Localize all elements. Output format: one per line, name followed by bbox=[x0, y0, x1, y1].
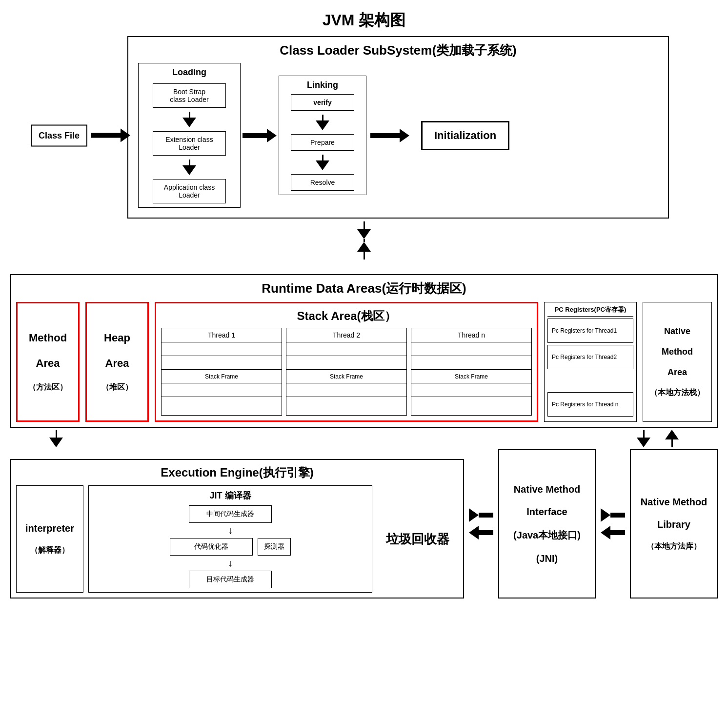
pc-thread2: Pc Registers for Thread2 bbox=[547, 345, 633, 369]
arr-right-2 bbox=[601, 508, 625, 522]
method-area-box: Method Area （方法区） bbox=[16, 302, 80, 422]
method-area-line3: （方法区） bbox=[28, 382, 67, 393]
nmi-line2: Interface bbox=[526, 506, 567, 518]
bootstrap-loader: Boot Strapclass Loader bbox=[153, 83, 226, 108]
linking-box: Linking verify Prepare Resolve bbox=[279, 76, 366, 195]
bottom-section: Execution Engine(执行引擎) interpreter （解释器）… bbox=[10, 449, 718, 598]
heap-area-line3: （堆区） bbox=[101, 382, 133, 393]
main-title: JVM 架构图 bbox=[10, 10, 718, 31]
thread-n-col: Thread n Stack Frame bbox=[411, 328, 532, 416]
native-library-box: Native Method Library （本地方法库） bbox=[630, 449, 718, 598]
application-loader: Application classLoader bbox=[153, 179, 226, 203]
thread-2-header: Thread 2 bbox=[286, 328, 406, 342]
prepare-item: Prepare bbox=[291, 134, 354, 151]
thread-n-row4 bbox=[411, 383, 531, 397]
stack-area-box: Stack Area(栈区） Thread 1 Stack Frame Thre… bbox=[155, 302, 538, 422]
linking-label: Linking bbox=[307, 80, 338, 90]
loading-label: Loading bbox=[172, 67, 206, 78]
thread-1-frame: Stack Frame bbox=[162, 370, 282, 383]
native-area-line4: （本地方法栈） bbox=[650, 388, 705, 398]
probe-box: 探测器 bbox=[258, 538, 291, 556]
arr-right-1 bbox=[469, 508, 493, 522]
nml-line2: Library bbox=[657, 519, 690, 530]
jit-optimizer-row: 代码优化器 探测器 bbox=[170, 538, 291, 556]
loading-to-linking-arrow bbox=[241, 129, 279, 142]
interpreter-cn: （解释器） bbox=[30, 545, 69, 556]
native-area-line1: Native bbox=[664, 326, 690, 337]
class-file-area: Class File bbox=[31, 124, 130, 146]
arrow-verify-to-prepare bbox=[316, 115, 329, 130]
arrow-prepare-to-resolve bbox=[316, 155, 329, 170]
interpreter-box: interpreter （解释器） bbox=[16, 485, 83, 593]
method-area-line1: Method bbox=[29, 332, 67, 344]
native-interface-box: Native Method Interface (Java本地接口) (JNI) bbox=[498, 449, 596, 598]
class-file-box: Class File bbox=[31, 124, 87, 146]
native-method-area-box: Native Method Area （本地方法栈） bbox=[643, 302, 712, 422]
pc-registers-box: PC Registers(PC寄存器) Pc Registers for Thr… bbox=[544, 302, 637, 422]
nmi-line3: (Java本地接口) bbox=[513, 529, 581, 542]
right-up-arrow bbox=[665, 430, 679, 447]
verify-item: verify bbox=[291, 94, 354, 111]
right-arrows bbox=[637, 430, 679, 447]
execution-engine: Execution Engine(执行引擎) interpreter （解释器）… bbox=[10, 459, 464, 598]
jit-item-3: 目标代码生成器 bbox=[189, 571, 272, 588]
arr-left-2 bbox=[601, 526, 625, 539]
native-interface-to-library-arrows bbox=[601, 449, 625, 598]
nmi-line4: (JNI) bbox=[536, 553, 558, 564]
thread-n-frame: Stack Frame bbox=[411, 370, 531, 383]
thread-n-header: Thread n bbox=[411, 328, 531, 342]
runtime-data-areas: Runtime Data Areas(运行时数据区) Method Area （… bbox=[10, 274, 718, 428]
pc-threadn: Pc Registers for Thread n bbox=[547, 392, 633, 417]
jit-title: JIT 编译器 bbox=[210, 490, 251, 501]
exec-title: Execution Engine(执行引擎) bbox=[16, 465, 458, 480]
right-down-arrow bbox=[637, 430, 650, 447]
stack-area-title: Stack Area(栈区） bbox=[161, 308, 532, 324]
resolve-item: Resolve bbox=[291, 174, 354, 191]
jit-arrow-2: ↓ bbox=[228, 558, 233, 569]
thread-2-frame: Stack Frame bbox=[286, 370, 406, 383]
runtime-exec-arrows bbox=[10, 430, 718, 447]
class-file-label: Class File bbox=[39, 130, 80, 140]
heap-area-line2: Area bbox=[105, 357, 129, 370]
jit-item-1: 中间代码生成器 bbox=[189, 505, 272, 523]
cls-title: Class Loader SubSystem(类加载子系统) bbox=[138, 42, 658, 59]
arr-left-1 bbox=[469, 526, 493, 539]
nml-line3: （本地方法库） bbox=[647, 541, 701, 552]
cls-to-runtime-arrow bbox=[10, 221, 718, 259]
jvm-diagram: JVM 架构图 Class Loader SubSystem(类加载子系统) C… bbox=[10, 10, 718, 598]
initialization-label: Initialization bbox=[434, 129, 496, 142]
thread-n-row1 bbox=[411, 342, 531, 356]
thread-2-row4 bbox=[286, 383, 406, 397]
thread-n-row2 bbox=[411, 356, 531, 370]
initialization-box: Initialization bbox=[421, 121, 509, 150]
linking-to-init-arrow bbox=[366, 129, 413, 142]
arrow-ext-to-app bbox=[182, 160, 196, 175]
thread-1-col: Thread 1 Stack Frame bbox=[161, 328, 282, 416]
pc-title: PC Registers(PC寄存器) bbox=[547, 305, 633, 317]
nml-line1: Native Method bbox=[641, 497, 708, 508]
jit-box: JIT 编译器 中间代码生成器 ↓ 代码优化器 探测器 ↓ 目标代码生成器 bbox=[88, 485, 372, 593]
garbage-box: 垃圾回收器 bbox=[377, 485, 458, 593]
thread-1-header: Thread 1 bbox=[162, 328, 282, 342]
thread-2-row2 bbox=[286, 356, 406, 370]
runtime-title: Runtime Data Areas(运行时数据区) bbox=[16, 280, 712, 297]
native-area-line3: Area bbox=[667, 367, 687, 378]
thread-1-row1 bbox=[162, 342, 282, 356]
thread-1-row4 bbox=[162, 383, 282, 397]
jit-item-2: 代码优化器 bbox=[170, 538, 253, 556]
heap-area-box: Heap Area （堆区） bbox=[85, 302, 149, 422]
left-down-arrow bbox=[49, 430, 63, 447]
arrow-bootstrap-to-ext bbox=[182, 112, 196, 127]
loading-box: Loading Boot Strapclass Loader Extension… bbox=[138, 63, 241, 208]
garbage-to-native-arrows bbox=[469, 449, 493, 598]
extension-loader: Extension classLoader bbox=[153, 131, 226, 156]
native-area-line2: Method bbox=[662, 347, 693, 357]
heap-area-line1: Heap bbox=[104, 332, 130, 344]
garbage-label: 垃圾回收器 bbox=[386, 531, 449, 548]
thread-2-row1 bbox=[286, 342, 406, 356]
nmi-line1: Native Method bbox=[514, 484, 581, 495]
method-area-line2: Area bbox=[36, 357, 60, 370]
thread-2-col: Thread 2 Stack Frame bbox=[286, 328, 407, 416]
interpreter-label: interpreter bbox=[25, 523, 74, 534]
jit-arrow-1: ↓ bbox=[228, 525, 233, 536]
